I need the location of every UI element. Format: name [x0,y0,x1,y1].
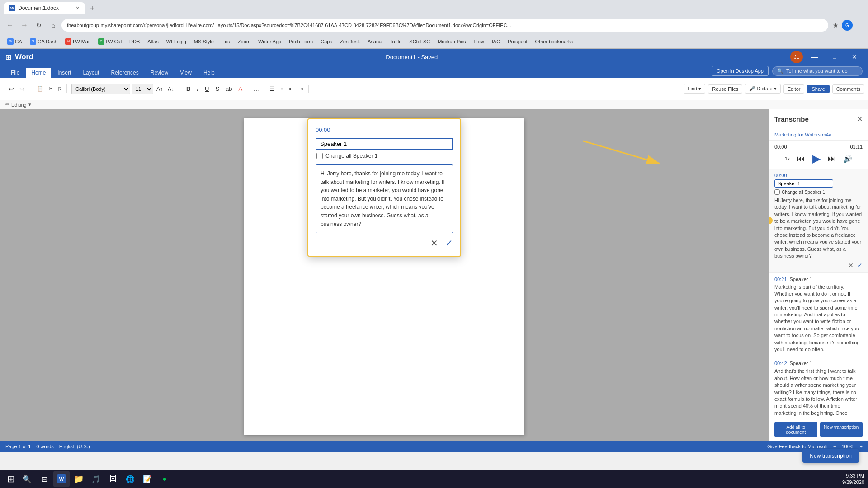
bookmark-sctolsc[interactable]: SCtoLSC [406,38,434,46]
volume-button[interactable]: 🔊 [843,155,852,163]
share-button[interactable]: Share [807,85,829,93]
entry-1-change-all-checkbox[interactable] [774,189,780,195]
tab-references[interactable]: References [105,68,144,78]
play-button[interactable]: ▶ [812,152,821,165]
tab-home[interactable]: Home [26,68,51,78]
bookmark-caps[interactable]: Caps [317,38,336,46]
taskbar-media-player[interactable]: 🎵 [88,471,104,487]
bookmark-writer-app[interactable]: Writer App [255,38,285,46]
highlight-button[interactable]: ab [223,84,235,93]
modal-text-content[interactable]: Hi Jerry here, thanks for joining me tod… [316,164,453,233]
increase-indent-button[interactable]: ⇥ [297,85,306,93]
taskbar-file-explorer[interactable]: 📁 [71,471,87,487]
numbering-button[interactable]: ≡ [278,85,286,93]
bullets-button[interactable]: ☰ [268,85,277,93]
bookmark-atlas[interactable]: Atlas [144,38,162,46]
close-button[interactable]: ✕ [846,49,863,65]
new-transcription-notification[interactable]: New transcription [802,449,859,463]
tab-insert[interactable]: Insert [52,68,76,78]
copy-button[interactable]: ⎘ [56,85,64,93]
minimize-button[interactable]: — [807,49,823,65]
tell-me-input[interactable]: 🔍 Tell me what you want to do [772,66,863,76]
entry-1-confirm-icon[interactable]: ✓ [857,262,863,269]
bookmark-pitch-form[interactable]: Pitch Form [285,38,316,46]
bookmark-trello[interactable]: Trello [386,38,405,46]
taskbar-clock[interactable]: 9:33 PM 9/29/2020 [842,473,864,486]
comments-button[interactable]: Comments [832,84,864,94]
decrease-indent-button[interactable]: ⇤ [287,85,296,93]
tab-layout[interactable]: Layout [77,68,104,78]
transcribe-close-icon[interactable]: ✕ [857,115,863,123]
skip-forward-button[interactable]: ⏭ [828,154,836,164]
open-desktop-button[interactable]: Open in Desktop App [712,66,769,76]
taskbar-word-icon[interactable]: W [53,471,70,487]
find-replace-button[interactable]: Find ▾ [684,84,705,94]
zoom-out-button[interactable]: − [833,444,836,449]
entry-2-time[interactable]: 00:21 [774,277,787,282]
browser-tab[interactable]: W Document1.docx ✕ [4,2,85,14]
font-shrink-button[interactable]: A↓ [166,85,176,93]
taskbar-app-7[interactable]: ● [156,471,173,487]
editor-button[interactable]: Editor [783,84,805,94]
font-color-button[interactable]: A [236,84,245,93]
bookmark-flow[interactable]: Flow [470,38,488,46]
start-button[interactable]: ⊞ [4,472,18,486]
profile-icon[interactable]: G [842,20,853,31]
more-options-button[interactable]: … [250,84,263,94]
entry-1-speaker-input[interactable] [774,179,833,188]
tab-review[interactable]: Review [145,68,174,78]
font-size-select[interactable]: 11 [132,84,153,94]
bookmark-lw-cal[interactable]: C LW Cal [94,37,125,46]
font-grow-button[interactable]: A↑ [155,85,165,93]
address-input[interactable]: theaboutgroup-my.sharepoint.com/r/person… [61,19,828,32]
speed-button[interactable]: 1x [785,156,790,161]
italic-button[interactable]: I [194,84,201,93]
entry-1-cancel-icon[interactable]: ✕ [848,262,854,269]
apps-grid-icon[interactable]: ⊞ [5,53,11,61]
reuse-files-button[interactable]: Reuse Files [708,84,742,94]
bold-button[interactable]: B [184,84,193,93]
more-icon[interactable]: ⋮ [854,20,864,31]
bookmark-ms-style[interactable]: MS Style [190,38,217,46]
user-avatar[interactable]: JL [790,51,803,63]
bookmark-ga[interactable]: G GA [4,37,26,46]
redo-button[interactable]: ↪ [17,84,27,94]
close-tab-icon[interactable]: ✕ [75,5,80,11]
zoom-in-button[interactable]: + [860,444,863,449]
maximize-button[interactable]: □ [826,49,843,65]
new-transcription-button[interactable]: New transcription [820,422,863,437]
underline-button[interactable]: U [202,84,212,93]
dictate-button[interactable]: 🎤 Dictate ▾ [745,84,780,94]
bookmark-wflogiq[interactable]: WFLogiq [163,38,190,46]
transcript-entry-3[interactable]: 00:42 Speaker 1 And that's the first thi… [769,357,868,418]
bookmark-asana[interactable]: Asana [364,38,385,46]
bookmark-mockup-pics[interactable]: Mockup Pics [434,38,469,46]
reload-button[interactable]: ↻ [33,19,45,32]
transcribe-file-link[interactable]: Marketing for Writers.m4a [769,129,868,141]
home-button[interactable]: ⌂ [47,19,60,32]
taskbar-app-6[interactable]: 📝 [139,471,156,487]
modal-speaker-input[interactable] [316,138,453,150]
tab-file[interactable]: File [5,68,25,78]
strikethrough-button[interactable]: S [212,84,222,93]
star-icon[interactable]: ★ [830,20,841,31]
cut-button[interactable]: ✂ [47,84,55,93]
bookmark-prospect[interactable]: Prospect [504,38,531,46]
back-button[interactable]: ← [4,19,16,32]
forward-button[interactable]: → [18,19,31,32]
paste-button[interactable]: 📋 [35,84,46,93]
taskbar-chrome[interactable]: 🌐 [122,471,138,487]
modal-change-all-checkbox[interactable] [316,153,323,159]
skip-back-button[interactable]: ⏮ [797,154,805,164]
bookmark-iac[interactable]: IAC [488,38,504,46]
modal-cancel-button[interactable]: ✕ [430,238,438,249]
modal-confirm-button[interactable]: ✓ [445,238,453,249]
bookmark-lw-mail[interactable]: M LW Mail [61,37,94,46]
editing-status[interactable]: ✏ Editing ▾ [5,102,31,108]
tab-view[interactable]: View [175,68,197,78]
transcript-entry-2[interactable]: 00:21 Speaker 1 Marketing is part of the… [769,273,868,357]
entry-3-time[interactable]: 00:42 [774,361,787,366]
bookmark-other[interactable]: Other bookmarks [532,38,577,46]
bookmark-eos[interactable]: Eos [218,38,234,46]
taskbar-photos[interactable]: 🖼 [105,471,121,487]
